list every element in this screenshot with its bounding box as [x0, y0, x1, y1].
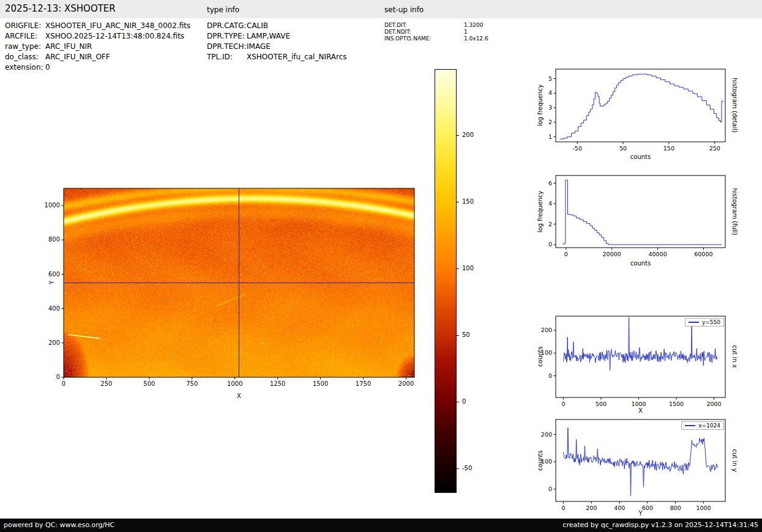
- hist-full-ylabel: log frequency: [537, 191, 543, 233]
- colorbar-tick-label: 200: [462, 131, 474, 138]
- ins-opti5-row: INS.OPTI5.NAME:1.0x12.6: [384, 35, 488, 42]
- svg-text:200: 200: [541, 431, 552, 438]
- colorbar-tick-label: 0: [462, 398, 466, 405]
- footer-bar: powered by QC: www.eso.org/HC created by…: [0, 519, 762, 532]
- field-value: IMAGE: [247, 42, 271, 51]
- field-label: ORIGFILE:: [5, 21, 45, 30]
- svg-text:500: 500: [596, 401, 607, 407]
- svg-text:40000: 40000: [648, 251, 667, 257]
- field-label: DPR.CATG:: [207, 21, 247, 30]
- colorbar-tick-label: -50: [462, 465, 472, 471]
- svg-text:500: 500: [143, 380, 155, 387]
- colorbar-tick: [457, 202, 459, 202]
- svg-text:750: 750: [186, 380, 198, 387]
- field-value: CALIB: [247, 21, 268, 30]
- cut-x-legend: y=550: [685, 318, 724, 327]
- detector-image: [64, 188, 414, 377]
- field-value: XSHOOTER_IFU_ARC_NIR_348_0002.fits: [45, 21, 190, 30]
- field-value: XSHOO.2025-12-14T13:48:00.824.fits: [45, 32, 184, 40]
- colorbar-tick: [457, 268, 459, 269]
- dpr-catg-row: DPR.CATG:CALIB: [207, 21, 268, 30]
- field-label: extension:: [5, 63, 45, 72]
- det-ndit-row: DET.NDIT:1: [384, 29, 468, 35]
- field-value: 1.0x12.6: [464, 35, 488, 42]
- svg-text:0: 0: [548, 241, 552, 248]
- svg-text:6: 6: [548, 180, 552, 187]
- svg-text:0: 0: [561, 401, 565, 407]
- field-value: 1.3200: [464, 22, 484, 28]
- tpl-id-row: TPL.ID:XSHOOTER_ifu_cal_NIRArcs: [207, 53, 347, 61]
- page-title: 2025-12-13: XSHOOTER: [5, 3, 116, 14]
- det-dit-row: DET.DIT:1.3200: [384, 22, 484, 28]
- svg-text:600: 600: [48, 271, 60, 278]
- hist-detail-xlabel: counts: [556, 153, 725, 160]
- dpr-type-row: DPR.TYPE:LAMP,WAVE: [207, 32, 290, 40]
- svg-text:150: 150: [663, 145, 674, 152]
- field-label: ARCFILE:: [5, 32, 45, 40]
- svg-text:200: 200: [541, 327, 552, 333]
- footer-left-text: powered by QC: www.eso.org/HC: [0, 519, 118, 532]
- svg-text:1250: 1250: [270, 380, 285, 387]
- hist-full-side-label: histogram (full): [731, 188, 738, 235]
- svg-text:1000: 1000: [631, 401, 646, 407]
- hist-detail-ylabel: log frequency: [537, 84, 543, 127]
- arcfile-row: ARCFILE:XSHOO.2025-12-14T13:48:00.824.fi…: [5, 32, 184, 40]
- colorbar-tick: [457, 135, 459, 136]
- field-label: do_class:: [5, 53, 45, 61]
- svg-text:1000: 1000: [45, 202, 60, 209]
- field-label: TPL.ID:: [207, 53, 247, 61]
- cut-y-legend: x=1024: [681, 421, 724, 430]
- field-value: ARC_IFU_NIR_OFF: [45, 53, 110, 61]
- field-label: INS.OPTI5.NAME:: [384, 35, 464, 42]
- svg-text:200: 200: [48, 339, 60, 346]
- cut-y-xlabel: Y: [556, 510, 725, 517]
- field-value: LAMP,WAVE: [247, 32, 290, 40]
- svg-text:60000: 60000: [694, 251, 712, 257]
- svg-text:1500: 1500: [669, 401, 684, 407]
- field-value: XSHOOTER_ifu_cal_NIRArcs: [247, 53, 347, 61]
- cut-y-side-label: cut in y: [731, 449, 738, 471]
- extension-row: extension:0: [5, 63, 50, 72]
- setup-info-heading: set-up info: [384, 6, 424, 14]
- svg-text:3: 3: [548, 104, 552, 111]
- colorbar: [435, 69, 457, 493]
- cut-y-ylabel: counts: [537, 450, 543, 470]
- svg-text:0: 0: [564, 251, 568, 257]
- svg-text:2000: 2000: [398, 380, 414, 387]
- rawtype-row: raw_type:ARC_IFU_NIR: [5, 42, 92, 51]
- doclass-row: do_class:ARC_IFU_NIR_OFF: [5, 53, 110, 61]
- colorbar-tick-label: 50: [462, 331, 470, 338]
- svg-text:-50: -50: [572, 145, 582, 152]
- colorbar-tick-label: 150: [462, 198, 474, 205]
- svg-text:250: 250: [709, 145, 720, 152]
- svg-text:1750: 1750: [356, 380, 371, 387]
- field-label: DET.NDIT:: [384, 29, 464, 35]
- svg-text:4: 4: [548, 89, 552, 96]
- svg-text:250: 250: [100, 380, 112, 387]
- field-value: 1: [464, 29, 468, 35]
- colorbar-tick: [457, 402, 459, 402]
- legend-label: x=1024: [698, 423, 720, 429]
- colorbar-tick-label: 100: [462, 265, 474, 272]
- svg-text:0: 0: [548, 372, 552, 379]
- qc-report-page: 2025-12-13: XSHOOTER type info set-up in…: [0, 0, 762, 532]
- field-label: DET.DIT:: [384, 22, 464, 28]
- main-yaxis-label: Y: [48, 281, 55, 284]
- svg-text:0: 0: [56, 374, 60, 380]
- field-value: 0: [45, 63, 50, 72]
- hist-full-xlabel: counts: [556, 260, 725, 267]
- svg-text:2: 2: [548, 221, 552, 227]
- svg-text:1000: 1000: [227, 380, 242, 387]
- svg-text:800: 800: [48, 236, 60, 243]
- main-xaxis-label: X: [64, 393, 414, 399]
- svg-text:20000: 20000: [603, 251, 621, 257]
- cut-x-xlabel: X: [556, 407, 725, 414]
- header-bar: 2025-12-13: XSHOOTER type info set-up in…: [0, 0, 762, 18]
- field-label: raw_type:: [5, 42, 45, 51]
- colorbar-scale: -50050100150200: [457, 69, 486, 493]
- svg-text:5: 5: [548, 75, 552, 82]
- svg-text:400: 400: [48, 305, 60, 312]
- field-label: DPR.TECH:: [207, 42, 247, 51]
- footer-right-text: created by qc_rawdisp.py v1.2.3 on 2025-…: [559, 519, 762, 532]
- field-value: ARC_IFU_NIR: [45, 42, 92, 51]
